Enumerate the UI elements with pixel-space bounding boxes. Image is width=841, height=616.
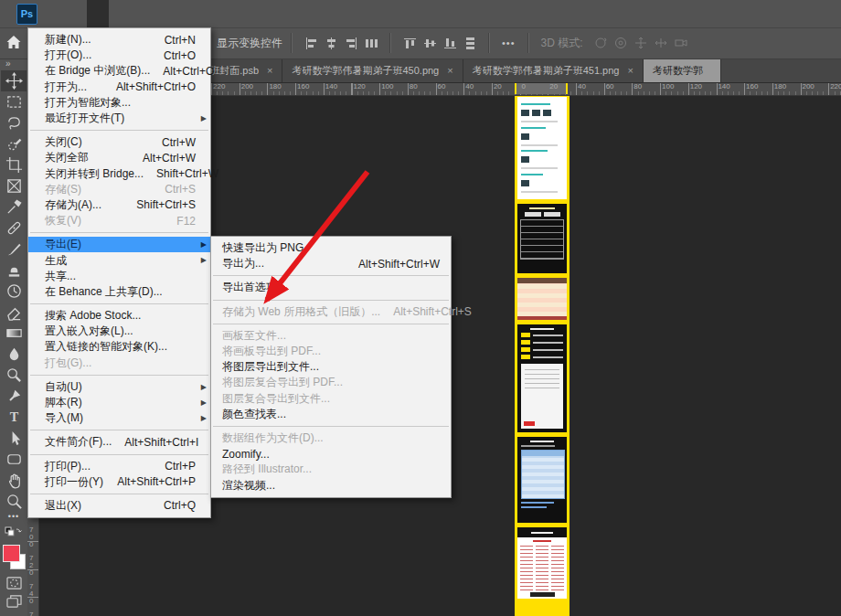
menu-item-print-one-copy[interactable]: 打印一份(Y) Alt+Shift+Ctrl+P ▶ bbox=[28, 474, 210, 490]
submenu-item-layer-comps-to-pdf[interactable]: 将图层复合导出到 PDF... ▶ bbox=[211, 375, 451, 390]
default-and-swap-colors-icon[interactable] bbox=[5, 526, 23, 542]
menubar-item-view[interactable] bbox=[262, 0, 284, 27]
collapse-panel-icon[interactable]: » bbox=[0, 58, 27, 70]
more-tools-icon[interactable]: ••• bbox=[8, 512, 19, 524]
menu-item-close-and-go-to-bridge[interactable]: 关闭并转到 Bridge... Shift+Ctrl+W ▶ bbox=[28, 166, 210, 182]
hand-tool[interactable] bbox=[1, 470, 27, 491]
tab-document-5-active[interactable]: 考研数学郭 bbox=[644, 58, 721, 82]
menubar-item-help[interactable] bbox=[306, 0, 328, 27]
3d-roll-icon[interactable] bbox=[611, 33, 631, 53]
menu-item-save-as[interactable]: 存储为(A)... Shift+Ctrl+S ▶ bbox=[28, 197, 210, 213]
menu-item-browse-in-bridge[interactable]: 在 Bridge 中浏览(B)... Alt+Ctrl+O ▶ bbox=[28, 63, 210, 79]
menubar-item-file[interactable] bbox=[87, 0, 109, 27]
gradient-tool[interactable] bbox=[1, 323, 27, 344]
document-canvas[interactable] bbox=[515, 95, 570, 616]
menu-item-open-recent[interactable]: 最近打开文件(T) ▶ bbox=[28, 111, 210, 126]
tab-close-icon[interactable]: × bbox=[627, 65, 633, 76]
menubar-item-layer[interactable] bbox=[153, 0, 175, 27]
align-right-icon[interactable] bbox=[341, 33, 361, 53]
move-tool[interactable] bbox=[1, 70, 27, 91]
3d-rotate-icon[interactable] bbox=[591, 33, 611, 53]
menubar-item-edit[interactable] bbox=[109, 0, 131, 27]
distribute-horizontal-icon[interactable] bbox=[361, 33, 381, 53]
menu-item-import[interactable]: 导入(M) ▶ bbox=[28, 410, 210, 426]
menu-item-open-as[interactable]: 打开为... Alt+Shift+Ctrl+O ▶ bbox=[28, 80, 210, 95]
align-left-icon[interactable] bbox=[301, 33, 321, 53]
menu-item-search-adobe-stock[interactable]: 搜索 Adobe Stock... ▶ bbox=[28, 308, 210, 324]
menu-item-share[interactable]: 共享... ▶ bbox=[28, 269, 210, 284]
menu-item-close-all[interactable]: 关闭全部 Alt+Ctrl+W ▶ bbox=[28, 150, 210, 165]
frame-tool[interactable] bbox=[1, 175, 27, 196]
menu-item-new[interactable]: 新建(N)... Ctrl+N ▶ bbox=[28, 32, 210, 48]
submenu-item-artboards-to-pdf[interactable]: 将画板导出到 PDF... ▶ bbox=[211, 344, 451, 359]
menu-item-export[interactable]: 导出(E) ▶ bbox=[28, 237, 210, 252]
dodge-tool[interactable] bbox=[1, 365, 27, 386]
menubar-item-3d[interactable] bbox=[240, 0, 262, 27]
tab-close-icon[interactable]: × bbox=[447, 65, 452, 76]
align-center-vertical-icon[interactable] bbox=[420, 33, 440, 53]
align-top-icon[interactable] bbox=[399, 33, 420, 53]
3d-drag-icon[interactable] bbox=[631, 33, 651, 53]
menu-item-place-embedded[interactable]: 置入嵌入对象(L)... ▶ bbox=[28, 324, 210, 339]
screen-mode-icon[interactable] bbox=[1, 592, 27, 611]
type-tool[interactable]: T bbox=[1, 407, 27, 428]
submenu-item-layer-comps-to-files[interactable]: 图层复合导出到文件... ▶ bbox=[211, 391, 451, 407]
3d-slide-icon[interactable] bbox=[651, 33, 671, 53]
menu-item-place-linked[interactable]: 置入链接的智能对象(K)... ▶ bbox=[28, 339, 210, 355]
crop-tool[interactable] bbox=[1, 154, 27, 175]
path-selection-tool[interactable] bbox=[1, 428, 27, 449]
menubar-item-type[interactable] bbox=[175, 0, 197, 27]
eraser-tool[interactable] bbox=[1, 302, 27, 323]
menu-item-open-as-smart-object[interactable]: 打开为智能对象... ▶ bbox=[28, 95, 210, 111]
menu-item-scripts[interactable]: 脚本(R) ▶ bbox=[28, 395, 210, 410]
menubar-item-select[interactable] bbox=[197, 0, 218, 27]
quick-mask-icon[interactable] bbox=[1, 574, 27, 592]
submenu-item-quick-export-as-png[interactable]: 快速导出为 PNG ▶ bbox=[211, 240, 451, 256]
menu-item-exit[interactable]: 退出(X) Ctrl+Q ▶ bbox=[28, 498, 210, 514]
align-bottom-icon[interactable] bbox=[440, 33, 460, 53]
menu-item-revert[interactable]: 恢复(V) F12 ▶ bbox=[28, 213, 210, 228]
submenu-item-artboards-to-files[interactable]: 画板至文件... ▶ bbox=[211, 328, 451, 344]
menubar-item-filter[interactable] bbox=[218, 0, 240, 27]
submenu-item-data-sets-as-files[interactable]: 数据组作为文件(D)... ▶ bbox=[211, 430, 451, 446]
menu-item-share-on-behance[interactable]: 在 Behance 上共享(D)... ▶ bbox=[28, 284, 210, 300]
menu-item-automate[interactable]: 自动(U) ▶ bbox=[28, 379, 210, 395]
submenu-item-layers-to-files[interactable]: 将图层导出到文件... ▶ bbox=[211, 359, 451, 375]
submenu-item-export-preferences[interactable]: 导出首选项... ▶ bbox=[211, 280, 451, 295]
more-options-icon[interactable]: ••• bbox=[502, 37, 516, 48]
zoom-tool[interactable] bbox=[1, 491, 27, 512]
spot-healing-brush-tool[interactable] bbox=[1, 218, 27, 239]
submenu-item-zoomify[interactable]: Zoomify... ▶ bbox=[211, 446, 451, 462]
distribute-vertical-icon[interactable] bbox=[460, 33, 480, 53]
menubar-item-image[interactable] bbox=[131, 0, 153, 27]
menu-item-open[interactable]: 打开(O)... Ctrl+O ▶ bbox=[28, 48, 210, 63]
submenu-item-save-for-web-legacy[interactable]: 存储为 Web 所用格式（旧版）... Alt+Shift+Ctrl+S ▶ bbox=[211, 304, 451, 320]
menu-item-save[interactable]: 存储(S) Ctrl+S ▶ bbox=[28, 182, 210, 197]
submenu-item-color-lookup-tables[interactable]: 颜色查找表... ▶ bbox=[211, 407, 451, 422]
quick-selection-tool[interactable] bbox=[1, 133, 27, 154]
brush-tool[interactable] bbox=[1, 239, 27, 260]
menubar-item-window[interactable] bbox=[284, 0, 306, 27]
menu-item-close[interactable]: 关闭(C) Ctrl+W ▶ bbox=[28, 134, 210, 150]
menu-item-print[interactable]: 打印(P)... Ctrl+P ▶ bbox=[28, 459, 210, 474]
submenu-item-paths-to-illustrator[interactable]: 路径到 Illustrator... ▶ bbox=[211, 462, 451, 477]
shape-tool[interactable] bbox=[1, 449, 27, 470]
blur-tool[interactable] bbox=[1, 344, 27, 365]
tab-document-4[interactable]: 考研数学郭伟暑期弟子班451.png × bbox=[463, 58, 644, 82]
eyedropper-tool[interactable] bbox=[1, 196, 27, 218]
tab-document-3[interactable]: 考研数学郭伟暑期弟子班450.png × bbox=[282, 58, 463, 82]
home-icon[interactable] bbox=[5, 34, 22, 53]
pen-tool[interactable] bbox=[1, 386, 27, 407]
tab-close-icon[interactable]: × bbox=[267, 65, 272, 76]
lasso-tool[interactable] bbox=[1, 112, 27, 133]
submenu-item-export-as[interactable]: 导出为... Alt+Shift+Ctrl+W ▶ bbox=[211, 256, 451, 271]
history-brush-tool[interactable] bbox=[1, 281, 27, 302]
menu-item-file-info[interactable]: 文件简介(F)... Alt+Shift+Ctrl+I ▶ bbox=[28, 434, 210, 450]
submenu-item-render-video[interactable]: 渲染视频... ▶ bbox=[211, 477, 451, 493]
menu-item-package[interactable]: 打包(G)... ▶ bbox=[28, 356, 210, 371]
rectangular-marquee-tool[interactable] bbox=[1, 91, 27, 112]
clone-stamp-tool[interactable] bbox=[1, 260, 27, 281]
3d-camera-icon[interactable] bbox=[671, 33, 691, 53]
menu-item-generate[interactable]: 生成 ▶ bbox=[28, 252, 210, 268]
align-center-horizontal-icon[interactable] bbox=[321, 33, 341, 53]
